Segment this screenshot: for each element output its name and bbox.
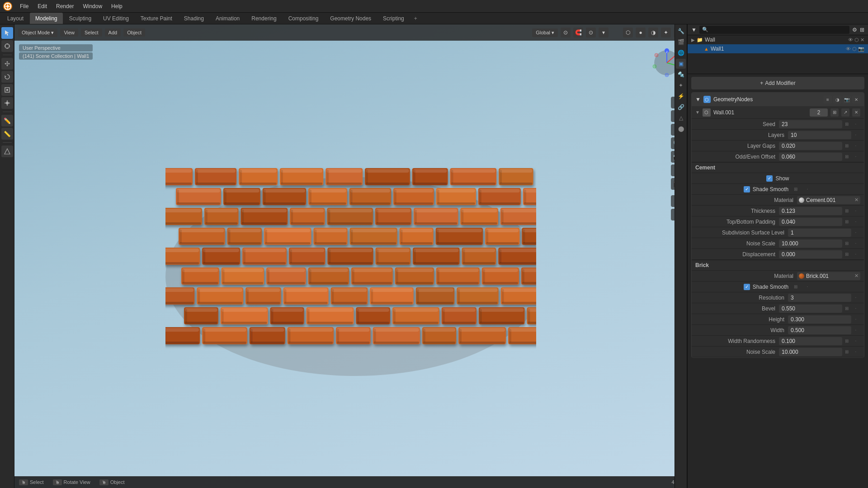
add-menu[interactable]: Add <box>105 28 121 37</box>
seed-action[interactable]: ⊞ <box>842 120 851 128</box>
tab-layout[interactable]: Layout <box>2 13 29 24</box>
thickness-dot[interactable]: · <box>851 207 860 215</box>
layer-gaps-action[interactable]: ⊞ <box>842 142 851 150</box>
seed-dot[interactable]: · <box>851 120 860 128</box>
world-icon[interactable]: 🌐 <box>676 48 686 58</box>
tab-modeling[interactable]: Modeling <box>30 13 63 24</box>
annotate-tool-button[interactable]: ✏️ <box>1 115 13 127</box>
viewport[interactable]: Object Mode ▾ View Select Add Object Glo… <box>14 24 687 488</box>
cement-noise-scale-dot[interactable]: · <box>851 239 860 248</box>
brick-noise-scale-dot[interactable]: · <box>851 348 860 356</box>
brick-material-clear-button[interactable]: ✕ <box>854 273 859 279</box>
outliner-item-wall[interactable]: ▶ 📁 Wall 👁 ⬡ ✕ <box>688 35 868 44</box>
blender-logo-icon[interactable] <box>3 1 13 11</box>
resolution-value[interactable]: 3 <box>788 294 851 302</box>
active-tool-icon[interactable]: 🔧 <box>676 26 686 36</box>
select-tool-button[interactable] <box>1 27 13 39</box>
outliner-options-icon[interactable]: ⚙ <box>852 27 857 33</box>
material-icon[interactable]: ⬤ <box>676 124 686 134</box>
bevel-dot[interactable]: · <box>851 305 860 313</box>
layers-dot[interactable]: · <box>851 131 860 139</box>
tab-rendering[interactable]: Rendering <box>246 13 282 24</box>
menu-help[interactable]: Help <box>108 2 126 10</box>
tab-uv-editing[interactable]: UV Editing <box>98 13 134 24</box>
seed-value[interactable]: 23 <box>779 120 842 128</box>
object-menu[interactable]: Object <box>123 28 145 37</box>
scale-tool-button[interactable] <box>1 84 13 96</box>
data-icon[interactable]: △ <box>676 113 686 123</box>
outliner-filter-icon2[interactable]: ⊞ <box>860 27 864 33</box>
add-workspace-button[interactable]: + <box>410 13 421 24</box>
proportional-falloff-icon[interactable]: ▾ <box>599 28 609 38</box>
object-properties-icon[interactable]: ▣ <box>676 59 686 69</box>
constraints-icon[interactable]: 🔗 <box>676 102 686 112</box>
thickness-value[interactable]: 0.123 <box>779 207 842 215</box>
thickness-action[interactable]: ⊞ <box>842 207 851 215</box>
tab-texture-paint[interactable]: Texture Paint <box>135 13 178 24</box>
proportional-edit-icon[interactable]: ⊙ <box>586 28 596 38</box>
layer-gaps-dot[interactable]: · <box>851 142 860 150</box>
cement-show-checkbox[interactable]: ✓ <box>766 175 773 182</box>
modifier-render-btn[interactable]: 📷 <box>843 95 851 103</box>
menu-edit[interactable]: Edit <box>34 2 51 10</box>
cement-shade-smooth-action[interactable]: ⊞ <box>791 185 800 193</box>
top-bottom-dot[interactable]: · <box>851 218 860 226</box>
move-tool-button[interactable] <box>1 58 13 70</box>
odd-even-offset-value[interactable]: 0.060 <box>779 153 842 161</box>
shading-icon[interactable]: ● <box>636 28 646 38</box>
add-object-button[interactable] <box>1 145 13 157</box>
tab-animation[interactable]: Animation <box>210 13 245 24</box>
width-dot[interactable]: · <box>851 326 860 334</box>
add-modifier-button[interactable]: + Add Modifier <box>691 77 864 89</box>
menu-render[interactable]: Render <box>52 2 77 10</box>
menu-window[interactable]: Window <box>79 2 106 10</box>
view-menu[interactable]: View <box>60 28 78 37</box>
width-value[interactable]: 0.500 <box>788 326 851 334</box>
brick-material-value[interactable]: Brick.001 ✕ <box>797 272 860 280</box>
height-dot[interactable]: · <box>851 315 860 324</box>
cement-shade-smooth-checkbox[interactable]: ✓ <box>744 186 750 192</box>
width-randomness-action[interactable]: ⊞ <box>842 337 851 345</box>
transform-tool-button[interactable] <box>1 97 13 109</box>
scene-icon[interactable]: 🎬 <box>676 37 686 47</box>
particles-icon[interactable]: ✦ <box>676 80 686 90</box>
cement-material-value[interactable]: Cement.001 ✕ <box>797 196 860 204</box>
wall-node-copy-btn[interactable]: ⊞ <box>830 108 839 117</box>
wall-node-delete-btn[interactable]: ✕ <box>852 108 860 117</box>
viewport-shading-icon[interactable]: ◑ <box>648 28 658 38</box>
tab-scripting[interactable]: Scripting <box>377 13 410 24</box>
hide-viewport-icon2[interactable]: ⬡ <box>852 46 857 52</box>
transform-global-dropdown[interactable]: Global ▾ <box>532 28 558 37</box>
bevel-value[interactable]: 0.550 <box>779 305 842 313</box>
overlay-icon[interactable]: ⬡ <box>623 28 633 38</box>
render-icon2[interactable]: 📷 <box>858 46 864 52</box>
physics-icon[interactable]: ⚡ <box>676 91 686 101</box>
displacement-action[interactable]: ⊞ <box>842 250 851 258</box>
modifier-icon[interactable]: 🔩 <box>676 70 686 80</box>
brick-noise-scale-value[interactable]: 10.000 <box>779 348 842 356</box>
wall-node-count[interactable]: 2 <box>810 108 828 117</box>
object-mode-dropdown[interactable]: Object Mode ▾ <box>18 28 57 37</box>
exclude-icon[interactable]: ✕ <box>860 37 864 43</box>
brick-shade-smooth-action[interactable]: ⊞ <box>791 283 800 291</box>
height-value[interactable]: 0.300 <box>788 315 851 324</box>
subdivision-surface-value[interactable]: 1 <box>788 229 851 237</box>
visibility-icon2[interactable]: 👁 <box>846 46 851 52</box>
cement-noise-scale-action[interactable]: ⊞ <box>842 239 851 248</box>
width-randomness-dot[interactable]: · <box>851 337 860 345</box>
render-icon[interactable]: ✦ <box>661 28 671 38</box>
cement-material-clear-button[interactable]: ✕ <box>854 197 859 203</box>
modifier-icon-btn[interactable]: ≡ <box>824 95 832 103</box>
hide-viewport-icon[interactable]: ⬡ <box>854 37 859 43</box>
transform-pivot-icon[interactable]: ⊙ <box>561 28 571 38</box>
displacement-value[interactable]: 0.000 <box>779 250 842 258</box>
select-menu[interactable]: Select <box>81 28 102 37</box>
cursor-tool-button[interactable] <box>1 40 13 52</box>
menu-file[interactable]: File <box>16 2 32 10</box>
measure-tool-button[interactable]: 📏 <box>1 128 13 140</box>
rotate-tool-button[interactable] <box>1 71 13 83</box>
displacement-dot[interactable]: · <box>851 250 860 258</box>
modifier-delete-btn[interactable]: ✕ <box>852 95 860 103</box>
outliner-search[interactable]: 🔍 <box>699 26 849 34</box>
wall-node-link-btn[interactable]: ↗ <box>841 108 849 117</box>
